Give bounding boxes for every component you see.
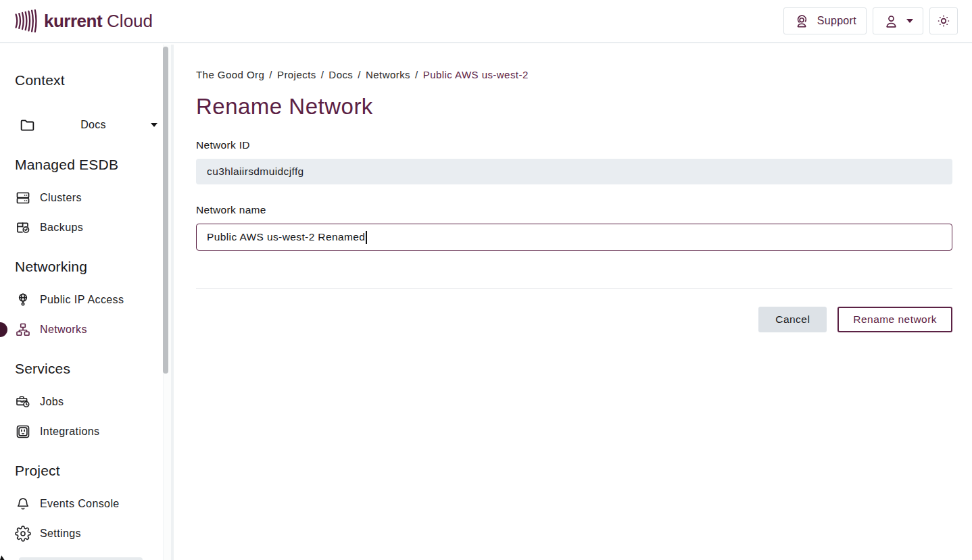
integrations-icon (15, 424, 31, 440)
cancel-button[interactable]: Cancel (758, 307, 827, 332)
section-heading-project: Project (0, 462, 174, 480)
sidebar-item-label: Public IP Access (40, 294, 124, 306)
sidebar-item-events-console[interactable]: Events Console (0, 489, 174, 519)
breadcrumb-separator: / (415, 69, 418, 80)
network-id-field: cu3hlaiirsdmuidcjffg (196, 159, 952, 184)
sidebar-item-label: Jobs (40, 396, 64, 408)
public-ip-access-icon (15, 292, 31, 308)
breadcrumb-separator: / (321, 69, 324, 80)
page-title: Rename Network (196, 94, 952, 120)
sidebar-item-label: Backups (40, 222, 83, 234)
main-content: The Good Org/Projects/Docs/Networks/Publ… (174, 45, 972, 560)
sidebar-item-label: Events Console (40, 498, 120, 510)
jobs-icon (15, 394, 31, 410)
network-name-label: Network name (196, 204, 952, 216)
section-heading-networking: Networking (0, 258, 174, 276)
sidebar-item-label: Networks (40, 324, 87, 336)
services-items: Jobs Integrations (0, 387, 174, 447)
sidebar-item-label: Clusters (40, 192, 82, 204)
user-icon (883, 13, 900, 30)
breadcrumb-separator: / (358, 69, 361, 80)
sidebar-scrollbar-thumb[interactable] (163, 47, 168, 374)
network-id-value: cu3hlaiirsdmuidcjffg (207, 166, 304, 178)
network-id-label: Network ID (196, 139, 952, 151)
app-window: kurrent Cloud Support (0, 0, 972, 560)
sun-icon (935, 13, 952, 29)
breadcrumb-separator: / (269, 69, 272, 80)
sidebar-item-public-ip-access[interactable]: Public IP Access (0, 285, 174, 315)
folder-icon (19, 117, 36, 134)
breadcrumb: The Good Org/Projects/Docs/Networks/Publ… (196, 69, 952, 80)
user-menu-button[interactable] (873, 7, 923, 34)
sidebar: Context Docs Managed ESDB Clusters (0, 45, 174, 560)
sidebar-item-networks[interactable]: Networks (0, 315, 174, 345)
theme-toggle-button[interactable] (929, 7, 958, 34)
chevron-down-icon (906, 19, 913, 23)
header-actions: Support (783, 7, 958, 34)
active-item-indicator (0, 322, 7, 337)
form-actions: Cancel Rename network (196, 307, 952, 332)
context-selector-docs[interactable]: Docs (0, 109, 174, 141)
sidebar-item-integrations[interactable]: Integrations (0, 417, 174, 447)
logo-product-text: Cloud (107, 11, 153, 32)
breadcrumb-projects[interactable]: Projects (277, 69, 316, 80)
rename-network-button[interactable]: Rename network (837, 307, 952, 332)
kurrent-cloud-logo[interactable]: kurrent Cloud (14, 9, 153, 32)
sidebar-item-settings[interactable]: Settings (0, 519, 174, 549)
section-heading-services: Services (0, 360, 174, 378)
breadcrumb-project-docs[interactable]: Docs (329, 69, 353, 80)
mouse-cursor (0, 555, 7, 560)
breadcrumb-current-network: Public AWS us-west-2 (423, 69, 529, 80)
support-button-label: Support (817, 15, 856, 27)
networks-icon (15, 322, 31, 338)
section-heading-managed-esdb: Managed ESDB (0, 156, 174, 174)
kurrent-waves-icon (14, 9, 39, 32)
headset-icon (794, 13, 810, 30)
chevron-down-icon (151, 123, 157, 127)
bell-icon (15, 496, 31, 512)
project-items: Events Console Settings (0, 489, 174, 549)
networking-items: Public IP Access Networks (0, 285, 174, 345)
backups-icon (15, 220, 31, 236)
gear-icon (15, 526, 31, 542)
text-cursor (366, 231, 367, 244)
sidebar-scrollbar-track[interactable] (163, 45, 174, 560)
sidebar-item-label: Settings (40, 528, 81, 540)
support-button[interactable]: Support (783, 7, 867, 34)
logo-brand-text: kurrent (44, 11, 102, 32)
section-heading-context: Context (0, 72, 174, 89)
breadcrumb-org[interactable]: The Good Org (196, 69, 264, 80)
sidebar-item-label: Integrations (40, 426, 99, 438)
partially-visible-row (19, 557, 143, 560)
form-divider (196, 288, 952, 289)
clusters-icon (15, 190, 31, 206)
sidebar-item-jobs[interactable]: Jobs (0, 387, 174, 417)
network-name-input[interactable]: Public AWS us-west-2 Renamed (196, 224, 952, 251)
breadcrumb-networks[interactable]: Networks (366, 69, 410, 80)
context-selector-label: Docs (36, 119, 151, 131)
sidebar-item-backups[interactable]: Backups (0, 213, 174, 243)
sidebar-item-clusters[interactable]: Clusters (0, 183, 174, 213)
managed-esdb-items: Clusters Backups (0, 183, 174, 243)
top-header: kurrent Cloud Support (0, 0, 972, 43)
network-name-value: Public AWS us-west-2 Renamed (207, 231, 365, 243)
